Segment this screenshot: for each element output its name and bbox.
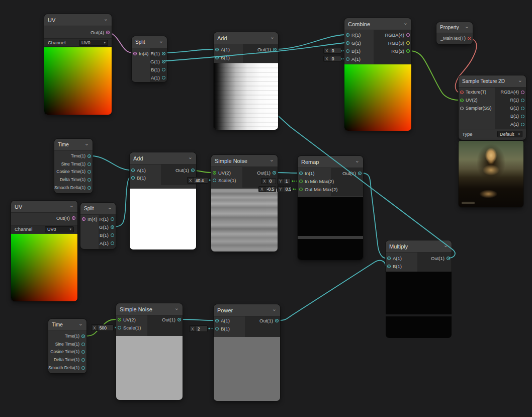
port-out[interactable] bbox=[275, 319, 279, 322]
port-uv[interactable] bbox=[118, 318, 121, 321]
chevron-down-icon[interactable] bbox=[69, 203, 74, 208]
remap-in-max-field[interactable]: Y 1 bbox=[277, 178, 291, 184]
wire-split2-g-add2-b[interactable] bbox=[115, 178, 130, 227]
wire-split1-r-add1-a[interactable] bbox=[165, 49, 214, 53]
node-time-1[interactable]: Time Time(1) Sine Time(1) Cosine Time(1)… bbox=[54, 139, 93, 193]
node-add-2-title-bar[interactable]: Add bbox=[130, 152, 196, 164]
port-b[interactable] bbox=[346, 49, 349, 53]
node-uv-2[interactable]: UV Out(4) Channel UV0 bbox=[11, 201, 77, 301]
chevron-down-icon[interactable] bbox=[270, 157, 274, 162]
port-a[interactable] bbox=[387, 257, 391, 260]
port-out[interactable] bbox=[358, 172, 362, 175]
port-r[interactable] bbox=[521, 99, 524, 102]
node-uv-2-title-bar[interactable]: UV bbox=[11, 201, 77, 213]
chevron-down-icon[interactable] bbox=[270, 34, 275, 40]
port-sampler[interactable] bbox=[460, 107, 464, 110]
port-out-min-max[interactable] bbox=[299, 188, 303, 191]
chevron-down-icon[interactable] bbox=[403, 20, 408, 26]
node-time-2-title-bar[interactable]: Time bbox=[48, 319, 86, 331]
port-b[interactable] bbox=[215, 327, 219, 330]
field-value[interactable]: 0 bbox=[268, 179, 276, 184]
node-simple-noise-1[interactable]: Simple Noise UV(2) Scale(1) Out(1) bbox=[211, 155, 278, 252]
port-texture[interactable] bbox=[460, 91, 464, 94]
combine-a-input-field[interactable]: X 0 bbox=[323, 56, 341, 62]
port-rg[interactable] bbox=[406, 49, 410, 53]
port-maintex[interactable] bbox=[468, 37, 471, 40]
node-split-1-title-bar[interactable]: Split bbox=[132, 36, 167, 48]
port-out4[interactable] bbox=[72, 216, 75, 220]
node-remap-title-bar[interactable]: Remap bbox=[298, 156, 363, 168]
node-property-title-bar[interactable]: Property bbox=[436, 22, 473, 33]
channel-dropdown[interactable]: UV0 bbox=[45, 226, 74, 232]
noise1-scale-field[interactable]: X 40.4 bbox=[187, 177, 208, 184]
wire-combine-rg-sample-uv[interactable] bbox=[410, 51, 459, 100]
node-simple-noise-2-title-bar[interactable]: Simple Noise bbox=[116, 303, 183, 315]
chevron-down-icon[interactable] bbox=[188, 154, 193, 160]
field-value[interactable]: 500 bbox=[98, 325, 113, 330]
shader-graph-canvas[interactable]: UV Out(4) Channel UV0 Split In(4) R(1) G… bbox=[0, 0, 532, 417]
wire-time1-add2-a[interactable] bbox=[92, 156, 130, 170]
port-scale[interactable] bbox=[213, 179, 216, 182]
port-rgba[interactable] bbox=[406, 33, 410, 37]
node-power[interactable]: Power A(1) B(1) Out(1) bbox=[214, 304, 280, 401]
port-a[interactable] bbox=[521, 123, 524, 126]
field-value[interactable]: 0.5 bbox=[284, 187, 292, 192]
port-cosine-time[interactable] bbox=[81, 350, 85, 354]
chevron-down-icon[interactable] bbox=[355, 158, 360, 163]
wire-noise2-out-power-a[interactable] bbox=[182, 319, 214, 320]
wire-remap-out-multiply-a[interactable] bbox=[362, 173, 386, 258]
port-g[interactable] bbox=[346, 41, 349, 45]
power-b-field[interactable]: X 2 bbox=[189, 325, 208, 332]
port-b[interactable] bbox=[215, 56, 219, 59]
port-r[interactable] bbox=[111, 217, 114, 221]
port-delta-time[interactable] bbox=[81, 358, 85, 362]
port-out[interactable] bbox=[191, 169, 195, 172]
port-uv[interactable] bbox=[213, 171, 216, 175]
node-sample-texture-title-bar[interactable]: Sample Texture 2D bbox=[459, 75, 526, 88]
port-rgba[interactable] bbox=[521, 91, 524, 94]
node-combine-title-bar[interactable]: Combine bbox=[344, 18, 411, 30]
node-combine[interactable]: Combine R(1) G(1) B(1) A(1) RGBA(4) RGB(… bbox=[344, 18, 411, 131]
node-property[interactable]: Property _MainTex(T) bbox=[436, 22, 473, 44]
field-value[interactable]: 1 bbox=[284, 179, 290, 184]
port-b[interactable] bbox=[162, 68, 165, 71]
port-uv[interactable] bbox=[460, 99, 464, 102]
port-rgb[interactable] bbox=[406, 41, 410, 45]
channel-dropdown[interactable]: UV0 bbox=[79, 40, 108, 46]
chevron-down-icon[interactable] bbox=[465, 24, 469, 29]
chevron-down-icon[interactable] bbox=[104, 16, 108, 22]
port-a[interactable] bbox=[111, 241, 114, 245]
port-smooth-delta[interactable] bbox=[81, 366, 85, 370]
node-split-2-title-bar[interactable]: Split bbox=[80, 203, 116, 215]
port-r[interactable] bbox=[162, 52, 165, 55]
node-split-2[interactable]: Split In(4) R(1) G(1) B(1) A(1) bbox=[80, 203, 116, 249]
remap-out-min-field[interactable]: X -0.5 bbox=[258, 186, 276, 192]
field-value[interactable]: 2 bbox=[196, 326, 207, 331]
combine-b-input-field[interactable]: X 0 bbox=[323, 48, 341, 54]
port-a[interactable] bbox=[131, 169, 135, 172]
chevron-down-icon[interactable] bbox=[159, 38, 163, 44]
chevron-down-icon[interactable] bbox=[272, 306, 277, 312]
wire-noise1-out-remap-in[interactable] bbox=[277, 173, 298, 173]
node-multiply-title-bar[interactable]: Multiply bbox=[386, 240, 452, 253]
field-value[interactable]: 0 bbox=[330, 56, 341, 61]
node-uv-1-title-bar[interactable]: UV bbox=[44, 14, 112, 26]
type-dropdown[interactable]: Default bbox=[497, 131, 522, 137]
port-b[interactable] bbox=[521, 115, 524, 118]
chevron-down-icon[interactable] bbox=[108, 205, 112, 210]
port-scale[interactable] bbox=[118, 326, 121, 329]
port-a[interactable] bbox=[215, 319, 219, 322]
node-power-title-bar[interactable]: Power bbox=[214, 304, 280, 316]
port-cosine-time[interactable] bbox=[87, 170, 91, 174]
port-out4[interactable] bbox=[106, 31, 110, 34]
chevron-down-icon[interactable] bbox=[78, 321, 83, 326]
port-r[interactable] bbox=[346, 33, 349, 37]
port-g[interactable] bbox=[162, 60, 165, 63]
node-add-1-title-bar[interactable]: Add bbox=[214, 32, 278, 44]
node-uv-1[interactable]: UV Out(4) Channel UV0 bbox=[44, 14, 112, 115]
port-in4[interactable] bbox=[133, 52, 137, 55]
port-sine-time[interactable] bbox=[87, 162, 91, 166]
field-value[interactable]: 40.4 bbox=[194, 178, 208, 183]
port-b[interactable] bbox=[131, 176, 135, 180]
port-sine-time[interactable] bbox=[81, 343, 85, 346]
